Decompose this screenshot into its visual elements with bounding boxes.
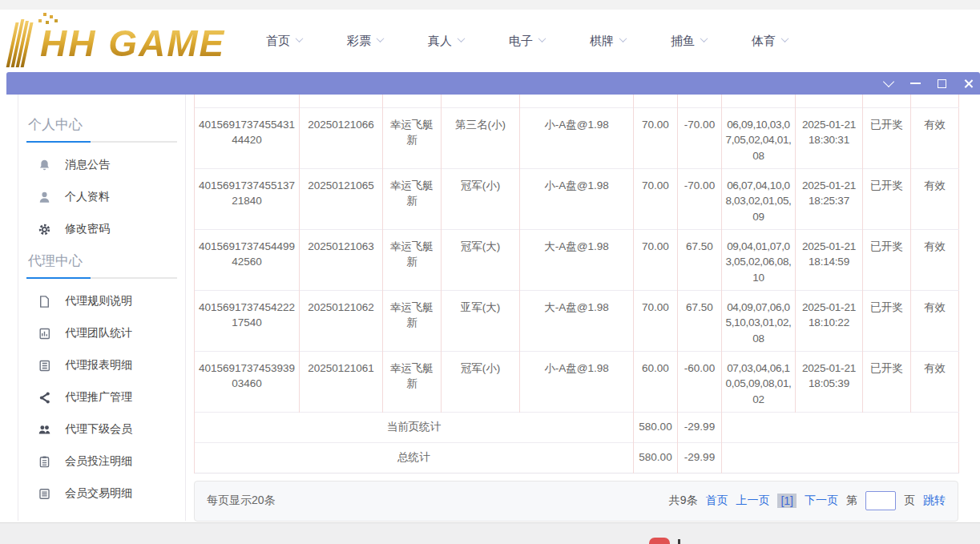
chevron-down-icon [458,34,466,42]
cell-draw-numbers: 07,03,04,06,10,05,09,08,01,02 [722,351,796,412]
table-row: 401569173745513721840 20250121065 幸运飞艇新 … [195,168,959,229]
sidebar-items-agent: 代理规则说明 代理团队统计 代理报表明细 [26,285,177,510]
page-number-input[interactable] [865,491,896,510]
cell-win-loss: -70.00 [678,168,722,229]
summary-page-amount: 580.00 [634,412,678,442]
maximize-button[interactable] [936,78,947,89]
sidebar-item-member-transactions[interactable]: 会员交易明细 [26,478,177,510]
cell-win-loss: -60.00 [678,351,722,412]
sidebar-item-label: 个人资料 [65,190,110,204]
chevron-down-icon [296,34,304,42]
cell-status: 已开奖 [863,351,911,412]
nav-item-cards[interactable]: 棋牌 [590,34,626,49]
logo-sparkle-decoration [43,13,46,16]
jump-link[interactable]: 跳转 [923,494,946,508]
bet-records-table: 401569173745543144420 20250121066 幸运飞艇新 … [194,95,959,473]
minimize-icon [910,83,921,84]
brand-logo[interactable]: HH GAME [11,14,225,72]
page-footer [0,523,980,544]
first-page-link[interactable]: 首页 [705,494,728,508]
cell-valid: 有效 [911,229,959,290]
section-underline [26,141,177,143]
nav-item-slots[interactable]: 电子 [509,34,545,49]
prev-page-link[interactable]: 上一页 [736,494,769,508]
sidebar-item-label: 会员投注明细 [65,454,132,469]
cell-game: 幸运飞艇新 [383,168,442,229]
nav-label: 电子 [509,34,533,49]
gear-icon [38,223,51,236]
table-row: 401569173745422217540 20250121062 幸运飞艇新 … [195,290,959,351]
sidebar-item-agent-members[interactable]: 代理下级会员 [26,413,177,445]
chevron-down-icon [883,76,894,87]
nav-label: 首页 [266,34,290,49]
cell-amount: 70.00 [634,290,678,351]
document-icon [38,295,51,308]
sidebar-item-agent-promotion[interactable]: 代理推广管理 [26,381,177,413]
cell-status: 已开奖 [863,290,911,351]
cell-content: 大-A盘@1.98 [520,290,634,351]
cell-play: 冠军(小) [442,168,520,229]
cell-period: 20250121063 [300,229,383,290]
cell-valid: 有效 [911,107,959,168]
sidebar-item-label: 代理报表明细 [65,358,132,373]
cell-draw-numbers: 06,07,04,10,08,03,02,01,05,09 [722,168,796,229]
cell-content: 小-A盘@1.98 [520,107,634,168]
cell-play: 冠军(小) [442,351,520,412]
chevron-down-icon [619,34,627,42]
cell-amount: 70.00 [634,229,678,290]
section-underline [26,277,177,279]
sidebar-item-member-bets[interactable]: 会员投注明细 [26,445,177,478]
summary-page-label: 当前页统计 [195,412,634,442]
cell-bet-id: 401569173745543144420 [195,107,300,168]
cell-time: 2025-01-21 18:10:22 [796,290,863,351]
window-collapse-button[interactable] [883,78,894,89]
logo-text: HH GAME [40,22,225,65]
cell-time: 2025-01-21 18:30:31 [796,107,863,168]
cell-period: 20250121065 [300,168,383,229]
cell-amount: 60.00 [634,351,678,412]
minimize-button[interactable] [909,78,921,89]
chevron-down-icon [781,34,789,42]
close-button[interactable] [962,78,974,89]
cell-play: 冠军(大) [442,229,520,290]
window-controls [883,72,974,95]
sidebar-item-label: 会员交易明细 [65,486,132,501]
sidebar-item-agent-rules[interactable]: 代理规则说明 [26,285,177,317]
sidebar-item-agent-team-stats[interactable]: 代理团队统计 [26,317,177,349]
nav-item-lottery[interactable]: 彩票 [347,34,383,49]
cell-amount: 70.00 [634,107,678,168]
sidebar-item-password[interactable]: 修改密码 [26,213,177,245]
list-icon [38,487,51,501]
summary-total-win-loss: -29.99 [678,442,722,473]
cell-bet-id: 401569173745393903460 [195,351,300,412]
footer-logo-mark [678,539,680,544]
nav-item-sports[interactable]: 体育 [752,34,788,49]
sidebar-section-title-personal: 个人中心 [26,115,177,134]
table-row: 401569173745393903460 20250121061 幸运飞艇新 … [195,351,959,412]
sidebar-item-profile[interactable]: 个人资料 [26,181,177,213]
next-page-link[interactable]: 下一页 [805,494,838,508]
cell-status: 已开奖 [863,168,911,229]
sidebar-item-messages[interactable]: 消息公告 [26,149,177,181]
sidebar-item-agent-report-detail[interactable]: 代理报表明细 [26,349,177,381]
users-icon [38,423,51,437]
pagination-bar: 每页显示20条 共9条 首页 上一页 [1] 下一页 第 页 跳转 [194,481,958,522]
total-count-label: 共9条 [669,494,698,508]
cell-valid: 有效 [911,351,959,412]
window-body: 个人中心 消息公告 个人资料 [6,95,980,525]
close-icon [963,79,974,89]
bell-icon [38,159,51,172]
sidebar-items-personal: 消息公告 个人资料 修改密码 [26,149,177,245]
cell-content: 小-A盘@1.98 [520,351,634,412]
nav-item-fishing[interactable]: 捕鱼 [671,34,707,49]
nav-item-home[interactable]: 首页 [266,34,302,49]
cell-time: 2025-01-21 18:25:37 [796,168,863,229]
sidebar-item-label: 代理下级会员 [65,422,132,437]
user-icon [38,191,51,204]
cell-draw-numbers: 04,09,07,06,05,10,03,01,02,08 [722,290,796,351]
nav-item-live[interactable]: 真人 [428,34,464,49]
jump-prefix-label: 第 [846,494,857,508]
share-icon [38,391,51,405]
cell-status: 已开奖 [863,107,911,168]
nav-label: 真人 [428,34,452,49]
